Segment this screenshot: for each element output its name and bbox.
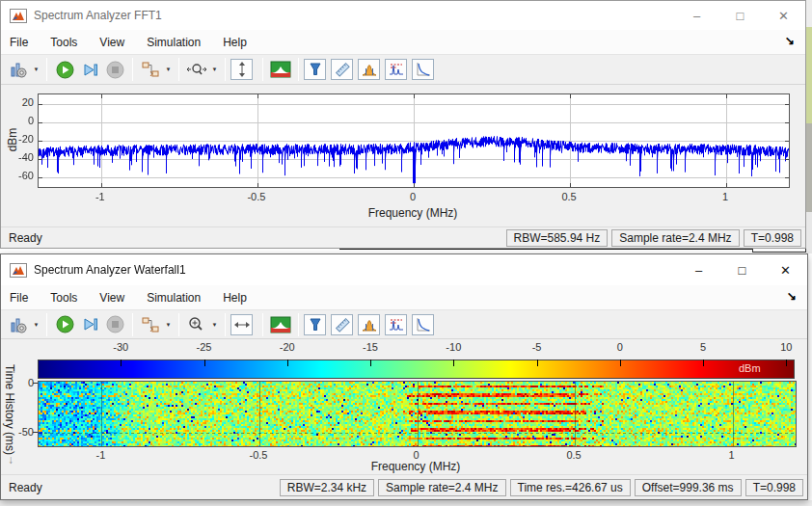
minimize-button[interactable]: – <box>677 254 720 285</box>
menu-item-view[interactable]: View <box>99 291 124 305</box>
tick-label: -40 <box>5 151 34 163</box>
colorbar[interactable] <box>38 360 795 379</box>
scale-x-axis-button[interactable] <box>230 314 253 335</box>
distortion-measurements-button[interactable] <box>385 59 407 80</box>
zoom-x-button[interactable] <box>184 57 209 82</box>
matlab-app-icon <box>10 263 27 278</box>
colorbar-tick <box>537 360 538 366</box>
spectrum-settings-icon <box>9 60 28 79</box>
step-forward-button[interactable] <box>77 57 102 82</box>
tick-label: 1 <box>702 191 748 202</box>
dropdown-caret-icon[interactable]: ▼ <box>31 67 41 72</box>
menu-item-help[interactable]: Help <box>223 291 247 305</box>
dropdown-caret-icon[interactable]: ▼ <box>209 67 220 72</box>
toolbar-separator <box>298 313 299 336</box>
dropdown-caret-icon[interactable]: ▼ <box>163 67 174 72</box>
colorbar-unit-label: dBm <box>739 362 761 374</box>
distortion-measurements-icon <box>389 62 404 77</box>
peak-finder-button[interactable] <box>304 314 326 335</box>
run-button[interactable] <box>52 312 77 337</box>
tick-label: -0.5 <box>233 191 280 202</box>
tick-label: 10 <box>763 341 809 353</box>
spectrogram-toggle-button[interactable] <box>268 312 293 337</box>
stop-button[interactable] <box>102 312 127 337</box>
simulation-model-button[interactable] <box>138 57 163 82</box>
simulation-model-icon <box>141 60 160 79</box>
status-segment: Sample rate=2.4 MHz <box>378 479 505 496</box>
tick-label: 0.5 <box>546 191 592 202</box>
channel-measurements-icon <box>362 62 377 77</box>
channel-measurements-button[interactable] <box>358 314 380 335</box>
tick-label: -50 <box>5 426 34 438</box>
spectrogram-toggle-icon <box>270 316 291 333</box>
zoom-x-icon <box>186 61 207 78</box>
fft-titlebar[interactable]: Spectrum Analyzer FFT1 – □ ✕ <box>1 1 805 30</box>
maximize-button[interactable]: □ <box>720 254 764 285</box>
step-forward-icon <box>81 315 99 333</box>
run-button[interactable] <box>52 57 77 82</box>
dropdown-caret-icon[interactable]: ▼ <box>31 322 41 328</box>
peak-finder-button[interactable] <box>304 59 326 80</box>
y-tick <box>33 432 38 433</box>
waterfall-canvas[interactable] <box>38 381 797 447</box>
history-scroll-arrow-icon[interactable]: ↓ <box>8 453 14 466</box>
step-forward-button[interactable] <box>77 312 102 337</box>
cursor-measurements-button[interactable] <box>331 59 353 80</box>
colorbar-tick <box>370 360 371 366</box>
toolbar-separator <box>298 58 299 81</box>
menu-item-simulation[interactable]: Simulation <box>147 36 201 49</box>
simulation-model-icon <box>141 315 160 334</box>
close-button[interactable]: ✕ <box>762 1 805 30</box>
colorbar-tick <box>703 360 704 366</box>
distortion-measurements-button[interactable] <box>385 314 407 335</box>
minimize-button[interactable]: – <box>675 1 718 30</box>
zoom-in-button[interactable] <box>184 312 209 337</box>
spectrogram-toggle-button[interactable] <box>268 57 293 82</box>
menu-overflow-arrow-icon[interactable]: ↘ <box>787 289 797 303</box>
status-segment: RBW=585.94 Hz <box>506 229 609 247</box>
colorbar-tick <box>620 360 621 366</box>
waterfall-toolbar: ▼ <box>1 310 807 339</box>
fft-plot-canvas[interactable] <box>38 93 790 188</box>
tick-label: 0 <box>597 341 643 353</box>
scale-y-axis-button[interactable] <box>230 59 253 80</box>
menu-item-file[interactable]: File <box>10 291 28 305</box>
menu-item-tools[interactable]: Tools <box>50 291 77 305</box>
tick-label: -5 <box>514 341 560 353</box>
ccdf-measurements-button[interactable] <box>412 59 434 80</box>
tick-label: -25 <box>181 341 228 353</box>
fft-menubar: FileToolsViewSimulationHelp↘ <box>1 30 805 55</box>
channel-measurements-button[interactable] <box>358 59 380 80</box>
window-title: Spectrum Analyzer Waterfall1 <box>34 263 186 277</box>
dropdown-caret-icon[interactable]: ▼ <box>209 322 220 328</box>
stop-button[interactable] <box>102 57 127 82</box>
simulation-model-button[interactable] <box>138 312 163 337</box>
menu-item-simulation[interactable]: Simulation <box>147 291 201 305</box>
ccdf-measurements-icon <box>416 317 431 333</box>
waterfall-x-axis-label: Frequency (MHz) <box>338 460 493 473</box>
y-tick <box>33 383 38 384</box>
cursor-measurements-icon <box>335 62 350 77</box>
menu-item-tools[interactable]: Tools <box>50 36 77 49</box>
colorbar-tick <box>204 360 205 366</box>
close-button[interactable]: ✕ <box>764 254 807 285</box>
menu-overflow-arrow-icon[interactable]: ↘ <box>785 34 795 47</box>
toolbar-separator <box>178 313 179 336</box>
cursor-measurements-button[interactable] <box>331 314 353 335</box>
peak-finder-icon <box>308 62 323 77</box>
maximize-button[interactable]: □ <box>718 1 762 30</box>
menu-item-file[interactable]: File <box>10 36 28 49</box>
spectrum-settings-button[interactable] <box>6 312 31 337</box>
ccdf-measurements-button[interactable] <box>412 314 434 335</box>
dropdown-caret-icon[interactable]: ▼ <box>163 322 174 328</box>
menu-item-view[interactable]: View <box>99 36 124 49</box>
fft-x-axis-label: Frequency (MHz) <box>336 206 490 220</box>
waterfall-titlebar[interactable]: Spectrum Analyzer Waterfall1 – □ ✕ <box>1 254 807 285</box>
colorbar-tick <box>786 360 787 366</box>
spectrum-settings-button[interactable] <box>6 57 31 82</box>
status-text: Ready <box>5 231 42 245</box>
tick-label: 0 <box>393 449 440 461</box>
menu-item-help[interactable]: Help <box>223 36 247 49</box>
cursor-measurements-icon <box>335 317 350 333</box>
status-segment: T=0.998 <box>744 229 801 247</box>
